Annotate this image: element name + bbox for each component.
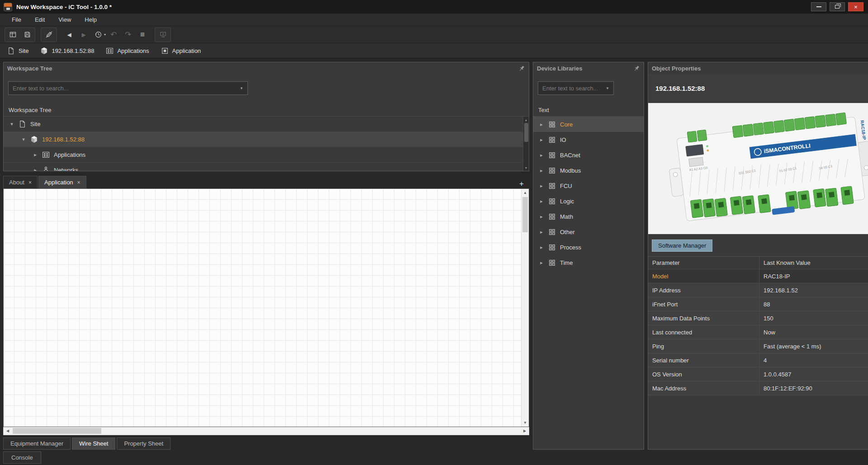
history-button[interactable] [91, 29, 105, 41]
tab-equipment-manager[interactable]: Equipment Manager [3, 437, 71, 450]
menu-help[interactable]: Help [79, 14, 102, 25]
library-item-math[interactable]: ▸ Math [533, 209, 644, 224]
close-tab-icon[interactable]: × [28, 179, 32, 186]
software-manager-button[interactable]: Software Manager [652, 240, 712, 252]
scrollbar-track[interactable] [12, 427, 521, 435]
close-button[interactable]: × [848, 2, 863, 11]
title-bar: New Workspace - iC Tool - 1.0.0 * × [0, 0, 868, 14]
forward-button[interactable]: ▶ [77, 29, 90, 41]
expand-icon[interactable]: ▸ [33, 152, 38, 158]
property-row-max-data-points[interactable]: Maximum Data Points 150 [648, 311, 868, 325]
menu-file[interactable]: File [6, 14, 27, 25]
expand-icon[interactable]: ▸ [539, 137, 544, 143]
library-item-modbus[interactable]: ▸ Modbus [533, 163, 644, 178]
property-row-os-version[interactable]: OS Version 1.0.0.4587 [648, 367, 868, 381]
scroll-left-icon[interactable]: ◀ [4, 427, 12, 435]
history-caret-icon[interactable]: ▾ [104, 33, 106, 37]
tree-node-networks[interactable]: ▸ Networks [4, 163, 529, 171]
tab-about[interactable]: About × [3, 176, 38, 188]
tab-wire-sheet[interactable]: Wire Sheet [72, 437, 115, 450]
tree-scrollbar[interactable]: ▲ ▼ [523, 117, 529, 171]
property-row-model[interactable]: Model RAC18-IP [648, 269, 868, 283]
property-row-serial-number[interactable]: Serial number 4 [648, 353, 868, 367]
library-item-time[interactable]: ▸ Time [533, 255, 644, 270]
breadcrumb-device[interactable]: 192.168.1.52:88 [40, 47, 94, 55]
chevron-down-icon[interactable]: ▼ [602, 86, 613, 90]
property-name: Maximum Data Points [648, 311, 759, 325]
redo-button[interactable]: ↷ [121, 29, 135, 41]
scroll-right-icon[interactable]: ▶ [521, 427, 529, 435]
expand-icon[interactable]: ▸ [33, 167, 38, 171]
save-workspace-button[interactable] [20, 29, 34, 41]
tab-property-sheet[interactable]: Property Sheet [117, 437, 171, 450]
property-name: Mac Address [648, 381, 759, 395]
breadcrumb-application[interactable]: Application [161, 47, 201, 55]
tab-application[interactable]: Application × [38, 176, 86, 188]
edit-mode-group [41, 28, 57, 42]
scrollbar-track[interactable] [522, 197, 529, 419]
expand-icon[interactable]: ▸ [539, 244, 544, 250]
property-row-ping[interactable]: Ping Fast (average < 1 ms) [648, 339, 868, 353]
library-item-core[interactable]: ▸ Core [533, 117, 644, 132]
expand-icon[interactable]: ▸ [539, 122, 544, 127]
edit-mode-button[interactable] [42, 29, 56, 41]
property-row-last-connected[interactable]: Last connected Now [648, 325, 868, 339]
expand-icon[interactable]: ▸ [539, 229, 544, 235]
deploy-button[interactable] [156, 29, 170, 41]
scroll-down-icon[interactable]: ▼ [523, 164, 529, 171]
tree-node-site[interactable]: ▾ Site [4, 117, 529, 132]
undo-button[interactable]: ↶ [107, 29, 120, 41]
breadcrumb-applications[interactable]: Applications [106, 47, 149, 55]
tree-node-applications[interactable]: ▸ Applications [4, 147, 529, 163]
property-row-ip-address[interactable]: IP Address 192.168.1.52 [648, 283, 868, 297]
library-item-logic[interactable]: ▸ Logic [533, 193, 644, 209]
scroll-up-icon[interactable]: ▲ [522, 189, 529, 197]
property-row-ifnet-port[interactable]: iFnet Port 88 [648, 297, 868, 311]
minimize-button[interactable] [811, 2, 826, 11]
tree-node-device[interactable]: ▾ 192.168.1.52:88 [4, 132, 529, 147]
library-item-io[interactable]: ▸ IO [533, 132, 644, 147]
pin-icon[interactable] [518, 65, 525, 72]
tree-search-input[interactable] [9, 85, 236, 92]
scrollbar-thumb[interactable] [13, 428, 101, 434]
menu-view[interactable]: View [53, 14, 76, 25]
library-item-bacnet[interactable]: ▸ BACnet [533, 147, 644, 163]
save-icon [24, 31, 31, 38]
expand-icon[interactable]: ▸ [539, 168, 544, 174]
breadcrumb-site[interactable]: Site [7, 47, 28, 55]
collapse-icon[interactable]: ▾ [9, 121, 14, 127]
pin-icon[interactable] [633, 65, 640, 72]
scroll-up-icon[interactable]: ▲ [523, 117, 529, 123]
menu-edit[interactable]: Edit [29, 14, 50, 25]
collapse-icon[interactable]: ▾ [21, 136, 26, 142]
library-item-fcu[interactable]: ▸ FCU [533, 178, 644, 193]
maximize-button[interactable] [830, 2, 845, 11]
expand-icon[interactable]: ▸ [539, 260, 544, 266]
back-button[interactable]: ◀ [62, 29, 76, 41]
expand-icon[interactable]: ▸ [539, 152, 544, 158]
scrollbar-thumb[interactable] [522, 197, 528, 232]
add-tab-button[interactable]: + [517, 179, 526, 188]
restore-icon [835, 5, 840, 9]
wire-sheet-vertical-scrollbar[interactable]: ▲ ▼ [521, 189, 529, 427]
list-button[interactable]: ≡ [136, 29, 149, 41]
property-value: 88 [759, 297, 868, 311]
property-value: 150 [759, 311, 868, 325]
close-tab-icon[interactable]: × [77, 179, 81, 186]
wire-sheet-horizontal-scrollbar[interactable]: ◀ ▶ [3, 427, 529, 435]
library-search-input[interactable] [538, 85, 602, 92]
forward-icon: ▶ [81, 32, 85, 38]
expand-icon[interactable]: ▸ [539, 214, 544, 220]
workspace-layout-button[interactable] [6, 29, 19, 41]
library-item-process[interactable]: ▸ Process [533, 240, 644, 255]
expand-icon[interactable]: ▸ [539, 183, 544, 189]
expand-icon[interactable]: ▸ [539, 198, 544, 204]
library-item-other[interactable]: ▸ Other [533, 224, 644, 240]
wire-sheet-canvas[interactable]: ▲ ▼ [3, 188, 529, 427]
property-row-mac-address[interactable]: Mac Address 80:1F:12:EF:92:90 [648, 381, 868, 395]
scrollbar-thumb[interactable] [524, 123, 528, 142]
chevron-down-icon[interactable]: ▼ [236, 86, 247, 90]
console-tab[interactable]: Console [3, 451, 41, 464]
device-model-text: RAC18-IP [859, 120, 867, 140]
scroll-down-icon[interactable]: ▼ [522, 419, 529, 427]
